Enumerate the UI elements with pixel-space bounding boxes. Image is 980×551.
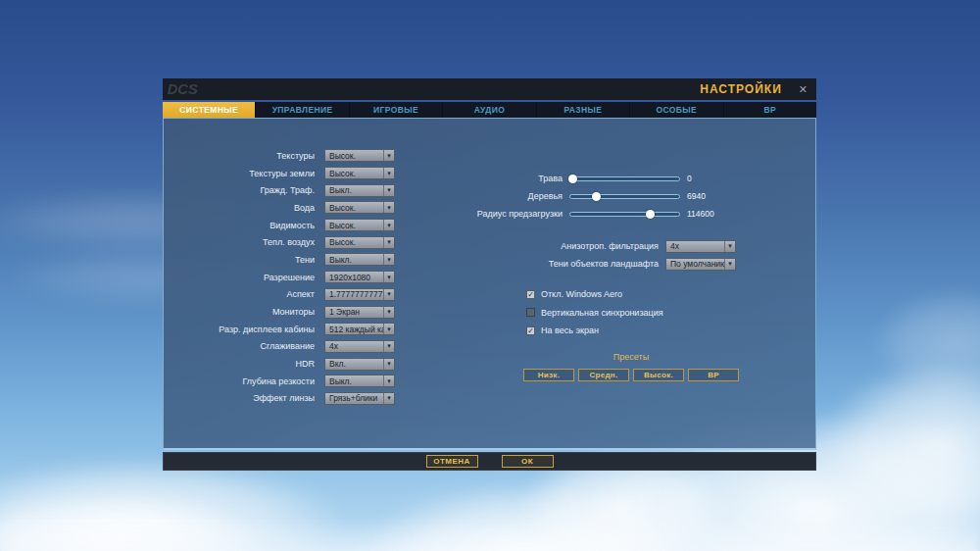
right-options-form: Анизотроп. фильтрация 4x▾ Тени объектов … [164,237,817,273]
dialog-body: Текстуры Высок.▾ Текстуры земли Высок.▾ … [163,118,816,450]
presets-section: Пресеты Низк. Средн. Высок. ВР [523,352,739,381]
field-label: Деревья [164,191,569,201]
slider-handle[interactable] [646,210,655,219]
anisotropic-filtering-dropdown[interactable]: 4x▾ [665,240,736,253]
presets-title: Пресеты [523,352,739,362]
chevron-down-icon: ▾ [724,259,735,270]
field-label: Сглаживание [164,341,324,351]
dropdown-value: Высок. [329,151,383,161]
cloud [0,459,343,551]
dropdown-value: 1.7777777777778 [329,289,383,299]
field-label: Мониторы [164,307,324,317]
tab-special[interactable]: ОСОБЫЕ [629,102,722,118]
field-label: Анизотроп. фильтрация [164,241,665,251]
slider-handle[interactable] [592,192,601,201]
field-label: Тени объектов ландшафта [164,259,665,269]
dropdown-value: 4x [329,341,383,351]
checkbox-label: Откл. Windows Aero [541,289,622,299]
dropdown-value: 1920x1080 [329,273,383,282]
aspect-dropdown[interactable]: 1.7777777777778▾ [324,288,395,301]
form-row: Разр. дисплеев кабины 512 каждый кадр▾ [164,321,575,338]
ok-button[interactable]: ОК [502,455,554,468]
checkbox-box[interactable] [526,308,535,317]
fullscreen-checkbox[interactable]: ✓ На весь экран [526,322,663,340]
form-row: Аспект 1.7777777777778▾ [164,286,575,304]
lens-effects-dropdown[interactable]: Грязь+блики▾ [324,392,395,405]
preset-high-button[interactable]: Высок. [633,369,684,381]
slider-row: Трава 0 [164,170,817,187]
field-label: Аспект [164,289,324,299]
checkbox-label: На весь экран [541,326,599,335]
chevron-down-icon: ▾ [383,324,394,334]
tab-misc[interactable]: РАЗНЫЕ [536,102,629,118]
field-label: Радиус предзагрузки [164,209,569,219]
chevron-down-icon: ▾ [383,272,394,282]
footer-bar: ОТМЕНА ОК [163,452,816,471]
preset-low-button[interactable]: Низк. [523,369,574,381]
preset-medium-button[interactable]: Средн. [578,369,629,381]
grass-slider[interactable] [569,176,680,181]
dof-dropdown[interactable]: Выкл.▾ [324,375,395,387]
cancel-button[interactable]: ОТМЕНА [426,455,478,468]
field-label: HDR [164,359,324,369]
checkbox-box[interactable]: ✓ [526,290,535,299]
slider-group: Трава 0 Деревья 6940 Радиус предзагрузки… [164,170,817,223]
cloud [872,289,980,397]
dropdown-value: 512 каждый кадр [329,325,383,334]
tab-systems[interactable]: СИСТЕМНЫЕ [163,102,255,118]
field-label: Разр. дисплеев кабины [164,325,324,334]
dcs-logo: DCS [167,80,218,98]
slider-value: 114600 [687,209,714,219]
form-row: Эффект линзы Грязь+блики▾ [164,390,575,408]
field-label: Глубина резкости [164,376,324,386]
checkbox-box[interactable]: ✓ [526,326,535,335]
chevron-down-icon: ▾ [383,359,394,370]
cloud [363,482,686,551]
disable-aero-checkbox[interactable]: ✓ Откл. Windows Aero [526,285,663,304]
dropdown-value: По умолчанию [670,259,724,269]
preset-vr-button[interactable]: ВР [688,369,739,381]
form-row: Мониторы 1 Экран▾ [164,303,575,321]
textures-dropdown[interactable]: Высок.▾ [324,149,395,162]
tab-gameplay[interactable]: ИГРОВЫЕ [349,102,442,118]
hdr-dropdown[interactable]: Вкл.▾ [324,358,395,371]
preload-radius-slider[interactable] [569,212,680,217]
terrain-object-shadows-dropdown[interactable]: По умолчанию▾ [665,258,736,271]
tab-audio[interactable]: АУДИО [442,102,535,118]
field-label: Разрешение [164,273,324,282]
tab-controls[interactable]: УПРАВЛЕНИЕ [255,102,348,118]
form-row: Глубина резкости Выкл.▾ [164,373,575,390]
form-row: Тени объектов ландшафта По умолчанию▾ [164,255,817,273]
sky-background: DCS НАСТРОЙКИ ✕ СИСТЕМНЫЕ УПРАВЛЕНИЕ ИГР… [0,0,980,551]
chevron-down-icon: ▾ [724,241,735,252]
chevron-down-icon: ▾ [383,393,394,404]
msaa-dropdown[interactable]: 4x▾ [324,340,395,353]
tab-vr[interactable]: ВР [723,102,816,118]
cockpit-displays-res-dropdown[interactable]: 512 каждый кадр▾ [324,323,395,335]
svg-text:DCS: DCS [168,81,198,97]
cloud-bank [0,518,980,551]
chevron-down-icon: ▾ [383,289,394,300]
vsync-checkbox[interactable]: Вертикальная синхронизация [526,304,663,323]
form-row: Текстуры Высок.▾ [164,147,575,165]
slider-value: 0 [687,174,692,183]
checkbox-label: Вертикальная синхронизация [541,308,663,318]
dropdown-value: Грязь+блики [329,393,383,403]
slider-value: 6940 [687,191,706,201]
close-icon[interactable]: ✕ [796,83,810,96]
monitors-dropdown[interactable]: 1 Экран▾ [324,306,395,319]
chevron-down-icon: ▾ [383,341,394,352]
settings-dialog: DCS НАСТРОЙКИ ✕ СИСТЕМНЫЕ УПРАВЛЕНИЕ ИГР… [163,78,816,450]
dropdown-value: 1 Экран [329,307,383,317]
chevron-down-icon: ▾ [383,150,394,161]
resolution-dropdown[interactable]: 1920x1080▾ [324,271,395,283]
form-row: HDR Вкл.▾ [164,355,575,373]
chevron-down-icon: ▾ [383,376,394,386]
presets-buttons: Низк. Средн. Высок. ВР [523,369,739,381]
trees-slider[interactable] [569,194,680,199]
slider-handle[interactable] [568,175,577,183]
dropdown-value: Вкл. [329,359,383,369]
tab-bar: СИСТЕМНЫЕ УПРАВЛЕНИЕ ИГРОВЫЕ АУДИО РАЗНЫ… [163,102,816,118]
dropdown-value: Выкл. [329,376,383,386]
form-row: Анизотроп. фильтрация 4x▾ [164,237,817,255]
